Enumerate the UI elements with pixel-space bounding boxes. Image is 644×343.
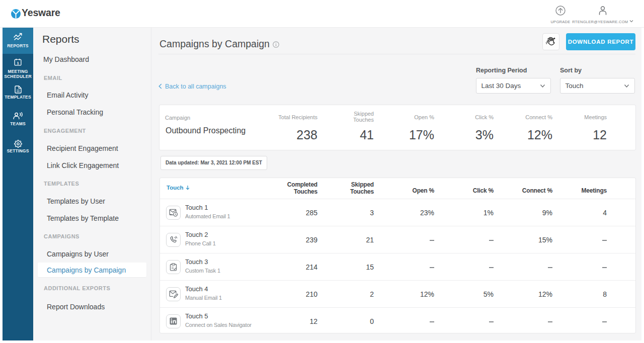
svg-text:1: 1 bbox=[17, 61, 19, 65]
